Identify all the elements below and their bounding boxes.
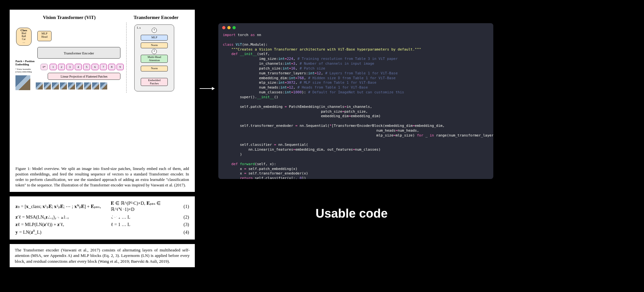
patch-5 [68, 82, 75, 89]
patches-row [15, 82, 107, 90]
encoder-title: Transformer Encoder [123, 14, 189, 21]
patch-4 [60, 82, 67, 89]
patch-3 [52, 82, 59, 89]
transformer-encoder-box: Transformer Encoder [37, 47, 120, 59]
code-content: import torch as nn class ViT(nn.Module):… [218, 32, 493, 179]
vit-diagram: ClassBird Ball Car … MLP Head Transforme… [15, 23, 123, 93]
token-8: 8 [108, 64, 115, 70]
window-controls [218, 23, 493, 32]
patch-6 [76, 82, 83, 89]
patch-7 [84, 82, 91, 89]
lx-label: L x [137, 26, 141, 30]
code-panel: import torch as nn class ViT(nn.Module):… [218, 23, 493, 179]
patch-pos-label: Patch + Position Embedding [15, 60, 39, 66]
token-row: 0* 1 2 3 4 5 6 7 8 9 [41, 64, 124, 70]
equation-3: 𝐳ℓ = MLP(LN(𝐳′ℓ)) + 𝐳′ℓ,ℓ = 1 … L(3) [15, 221, 189, 229]
attention-block: Multi-Head Attention [141, 55, 168, 63]
figure-caption: Figure 1: Model overview. We split an im… [15, 166, 189, 188]
token-1: 1 [50, 64, 57, 70]
token-2: 2 [58, 64, 65, 70]
token-3: 3 [66, 64, 73, 70]
label-left: Images + math + text [43, 207, 164, 221]
maximize-icon[interactable] [232, 26, 236, 29]
vit-title: Vision Transformer (ViT) [15, 14, 123, 21]
description-box: The Transformer encoder (Vaswani et al.,… [10, 244, 195, 268]
extra-learnable-label: * Extra learnable [class] embedding [15, 68, 39, 73]
label-right: Usable code [316, 207, 388, 221]
class-box: ClassBird Ball Car … [16, 28, 32, 46]
close-icon[interactable] [222, 26, 225, 29]
figure-titles: Vision Transformer (ViT) Transformer Enc… [15, 14, 189, 21]
norm-block-2: Norm [141, 66, 168, 71]
mlp-head-box: MLP Head [37, 31, 52, 41]
embedded-patches-block: Embedded Patches [141, 78, 168, 86]
encoder-diagram: L x + MLP Norm + Multi-Head Attention No… [130, 23, 189, 93]
token-5: 5 [83, 64, 90, 70]
input-image [15, 75, 30, 90]
figure-1: Vision Transformer (ViT) Transformer Enc… [10, 10, 195, 192]
mlp-block: MLP [141, 35, 168, 40]
paper-panel: Vision Transformer (ViT) Transformer Enc… [10, 10, 195, 272]
patch-1 [36, 82, 43, 89]
minimize-icon[interactable] [227, 26, 231, 29]
token-9: 9 [117, 64, 124, 70]
token-0: 0* [41, 64, 48, 70]
patch-9 [100, 82, 107, 89]
equation-4: 𝐲 = LN(𝐳⁰_L)(4) [15, 229, 189, 236]
norm-block-1: Norm [141, 42, 168, 48]
patch-2 [44, 82, 51, 89]
token-4: 4 [75, 64, 82, 70]
token-7: 7 [100, 64, 107, 70]
arrow-icon [200, 88, 214, 89]
patch-8 [92, 82, 99, 89]
divider [126, 23, 127, 93]
token-6: 6 [91, 64, 99, 70]
linear-projection-box: Linear Projection of Flattened Patches [48, 73, 120, 80]
